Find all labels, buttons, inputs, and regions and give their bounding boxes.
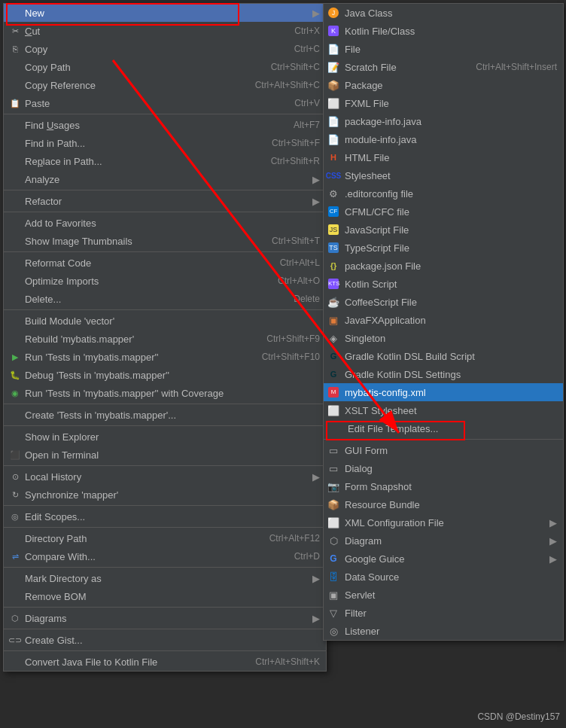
submenu-new: J Java Class K Kotlin File/Class 📄 File … <box>323 3 564 641</box>
submenu-item-dialog[interactable]: ▭ Dialog <box>324 459 563 477</box>
menu-item-open-terminal[interactable]: ⬛ Open in Terminal <box>4 446 326 464</box>
submenu-item-gui-form[interactable]: ▭ GUI Form <box>324 441 563 459</box>
submenu-item-gradle-build[interactable]: G Gradle Kotlin DSL Build Script <box>324 347 563 365</box>
menu-item-copy[interactable]: ⎘ Copy Ctrl+C <box>4 40 326 58</box>
submenu-item-scratch[interactable]: 📝 Scratch File Ctrl+Alt+Shift+Insert <box>324 58 563 76</box>
submenu-item-editorconfig[interactable]: ⚙ .editorconfig file <box>324 184 563 203</box>
submenu-item-form-snapshot[interactable]: 📷 Form Snapshot <box>324 477 563 495</box>
menu-item-copy-path[interactable]: Copy Path Ctrl+Shift+C <box>4 58 326 76</box>
submenu-item-kotlin-class[interactable]: K Kotlin File/Class <box>324 22 563 40</box>
servlet-icon: ▣ <box>327 588 340 602</box>
menu-item-create-gist[interactable]: ⊂⊃ Create Gist... <box>4 631 326 649</box>
menu-item-analyze[interactable]: Analyze ▶ <box>4 170 326 188</box>
xml-icon: ⬜ <box>327 516 340 529</box>
menu-item-diagrams[interactable]: ⬡ Diagrams ▶ <box>4 609 326 627</box>
submenu-item-package-info[interactable]: 📄 package-info.java <box>324 112 563 130</box>
menu-item-directory-path[interactable]: Directory Path Ctrl+Alt+F12 <box>4 529 326 547</box>
menu-item-compare-with[interactable]: ⇌ Compare With... Ctrl+D <box>4 547 326 565</box>
submenu-item-html[interactable]: H HTML File <box>324 148 563 166</box>
menu-item-delete[interactable]: Delete... Delete <box>4 290 326 308</box>
menu-item-paste[interactable]: 📋 Paste Ctrl+V <box>4 94 326 112</box>
submenu-item-xml-config[interactable]: ⬜ XML Configuration File ▶ <box>324 513 563 532</box>
arrow-icon: ▶ <box>312 174 320 185</box>
menu-item-copy-reference[interactable]: Copy Reference Ctrl+Alt+Shift+C <box>4 76 326 94</box>
menu-item-find-in-path[interactable]: Find in Path... Ctrl+Shift+F <box>4 134 326 152</box>
run-icon: ▶ <box>8 350 22 364</box>
menu-item-reformat[interactable]: Reformat Code Ctrl+Alt+L <box>4 254 326 272</box>
separator-3 <box>4 212 326 212</box>
js-icon: JS <box>327 223 340 236</box>
submenu-item-file[interactable]: 📄 File <box>324 40 563 58</box>
submenu-item-gradle-settings[interactable]: G Gradle Kotlin DSL Settings <box>324 365 563 383</box>
package-icon: 📦 <box>327 78 340 92</box>
submenu-item-json[interactable]: {} package.json File <box>324 257 563 275</box>
submenu-item-stylesheet[interactable]: CSS Stylesheet <box>324 166 563 184</box>
history-icon: ⊙ <box>8 470 22 483</box>
separator-7 <box>4 425 326 426</box>
menu-item-show-thumbnails[interactable]: Show Image Thumbnails Ctrl+Shift+T <box>4 232 326 250</box>
menu-item-replace-in-path[interactable]: Replace in Path... Ctrl+Shift+R <box>4 152 326 170</box>
submenu-item-fxml[interactable]: ⬜ FXML File <box>324 94 563 112</box>
ts-icon: TS <box>327 241 340 254</box>
coffee-icon: ☕ <box>327 295 340 309</box>
submenu-item-module-info[interactable]: 📄 module-info.java <box>324 130 563 148</box>
submenu-item-cfml[interactable]: CF CFML/CFC file <box>324 203 563 221</box>
menu-item-optimize[interactable]: Optimize Imports Ctrl+Alt+O <box>4 272 326 290</box>
submenu-item-edit-templates[interactable]: Edit File Templates... <box>324 419 563 437</box>
menu-item-show-explorer[interactable]: Show in Explorer <box>4 428 326 446</box>
menu-item-mark-directory[interactable]: Mark Directory as ▶ <box>4 569 326 587</box>
submenu-item-mybatis-config[interactable]: M mybatis-config.xml <box>324 383 563 401</box>
submenu-item-javascript[interactable]: JS JavaScript File <box>324 221 563 239</box>
menu-item-add-favorites[interactable]: Add to Favorites <box>4 214 326 232</box>
context-menu: New ▶ ✂ Cut Ctrl+X ⎘ Copy Ctrl+C Copy Pa… <box>3 3 327 672</box>
arrow-icon: ▶ <box>312 613 320 624</box>
scope-icon: ◎ <box>8 510 22 523</box>
github-icon: ⊂⊃ <box>8 633 22 647</box>
menu-item-find-usages[interactable]: Find Usages Alt+F7 <box>4 116 326 134</box>
separator-13 <box>4 629 326 629</box>
cfml-icon: CF <box>327 205 340 218</box>
submenu-item-listener[interactable]: ◎ Listener <box>324 622 563 640</box>
menu-item-create-tests[interactable]: Create 'Tests in 'mybatis.mapper'... <box>4 406 326 424</box>
menu-item-remove-bom[interactable]: Remove BOM <box>4 587 326 605</box>
menu-item-rebuild[interactable]: Rebuild 'mybatis.mapper' Ctrl+Shift+F9 <box>4 330 326 348</box>
menu-item-run-coverage[interactable]: ◉ Run 'Tests in 'mybatis.mapper'' with C… <box>4 384 326 402</box>
submenu-item-kotlin-script[interactable]: KTS Kotlin Script <box>324 275 563 293</box>
submenu-item-singleton[interactable]: ◈ Singleton <box>324 329 563 347</box>
menu-item-local-history[interactable]: ⊙ Local History ▶ <box>4 468 326 486</box>
submenu-item-filter[interactable]: ▽ Filter <box>324 604 563 622</box>
menu-item-new[interactable]: New ▶ <box>4 4 326 22</box>
menu-item-edit-scopes[interactable]: ◎ Edit Scopes... <box>4 507 326 525</box>
diagram2-icon: ⬡ <box>327 534 340 547</box>
paste-icon: 📋 <box>8 96 22 110</box>
menu-item-debug-tests[interactable]: 🐛 Debug 'Tests in 'mybatis.mapper'' <box>4 366 326 384</box>
menu-item-build-module[interactable]: Build Module 'vector' <box>4 312 326 330</box>
submenu-item-resource-bundle[interactable]: 📦 Resource Bundle <box>324 495 563 513</box>
submenu-item-xslt[interactable]: ⬜ XSLT Stylesheet <box>324 401 563 419</box>
debug-icon: 🐛 <box>8 368 22 382</box>
scratch-icon: 📝 <box>327 60 340 74</box>
separator-14 <box>4 650 326 651</box>
submenu-item-package[interactable]: 📦 Package <box>324 76 563 94</box>
submenu-item-data-source[interactable]: 🗄 Data Source <box>324 568 563 586</box>
singleton-icon: ◈ <box>327 331 340 345</box>
submenu-item-servlet[interactable]: ▣ Servlet <box>324 586 563 604</box>
submenu-item-diagram[interactable]: ⬡ Diagram ▶ <box>324 532 563 550</box>
menu-item-run-tests[interactable]: ▶ Run 'Tests in 'mybatis.mapper'' Ctrl+S… <box>4 348 326 366</box>
java-class-icon: J <box>327 6 340 20</box>
submenu-item-java-class[interactable]: J Java Class <box>324 4 563 22</box>
menu-item-convert-java[interactable]: Convert Java File to Kotlin File Ctrl+Al… <box>4 653 326 671</box>
kotlin-script-icon: KTS <box>327 277 340 291</box>
copy-icon: ⎘ <box>8 42 22 56</box>
menu-item-synchronize[interactable]: ↻ Synchronize 'mapper' <box>4 486 326 504</box>
submenu-item-javafx[interactable]: ▣ JavaFXApplication <box>324 311 563 329</box>
separator-8 <box>4 465 326 466</box>
menu-item-cut[interactable]: ✂ Cut Ctrl+X <box>4 22 326 40</box>
sync-icon: ↻ <box>8 488 22 501</box>
gradle-settings-icon: G <box>327 367 340 381</box>
submenu-item-typescript[interactable]: TS TypeScript File <box>324 239 563 257</box>
menu-item-refactor[interactable]: Refactor ▶ <box>4 192 326 210</box>
submenu-item-google-guice[interactable]: G Google Guice ▶ <box>324 550 563 568</box>
separator-6 <box>4 404 326 404</box>
submenu-item-coffeescript[interactable]: ☕ CoffeeScript File <box>324 293 563 311</box>
